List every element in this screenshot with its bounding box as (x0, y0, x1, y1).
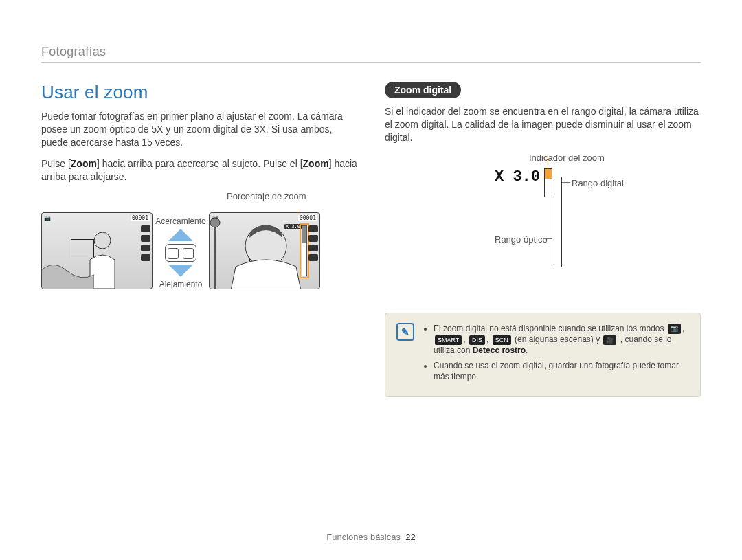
hud-icon (308, 235, 318, 242)
note-list: El zoom digital no está disponible cuand… (424, 323, 689, 387)
zoom-button (165, 244, 196, 262)
instruction-paragraph: Pulse [Zoom] hacia arriba para acercarse… (41, 157, 357, 183)
camera-screen-zoomed: 📷 00001 X 3.0 (209, 212, 320, 289)
note-item: Cuando se usa el zoom digital, guardar u… (434, 360, 689, 382)
hud-icon (141, 245, 150, 251)
zoom-rocker: Acercamiento Alejamiento (157, 216, 205, 289)
camera-mode-icon: 📷 (44, 215, 51, 221)
caption-percentage: Porcentaje de zoom (227, 191, 357, 201)
text: Pulse [ (41, 158, 71, 169)
zoom-x-value: X 3.0 (495, 168, 540, 186)
label-zoom-in: Acercamiento (155, 216, 205, 226)
text: ] hacia arriba para acercarse al sujeto.… (97, 158, 303, 169)
mode-icon-camera: 📷 (668, 324, 681, 333)
hud-icon (141, 235, 150, 242)
two-column-layout: Usar el zoom Puede tomar fotografías en … (41, 82, 701, 397)
hud-icon (308, 225, 318, 232)
hud-icon (308, 254, 318, 261)
arrow-down-icon (168, 265, 193, 277)
hud-icon (141, 254, 150, 261)
hud-side-icons (141, 225, 150, 261)
section-heading: Usar el zoom (41, 82, 357, 103)
label-indicator: Indicador del zoom (529, 153, 742, 163)
arrow-up-icon (168, 229, 193, 241)
label-zoom-out: Alejamiento (159, 280, 203, 289)
mode-icon-dis: DIS (469, 335, 485, 345)
page-footer: Funciones básicas 22 (0, 532, 742, 542)
zoom-figure: 📷 00001 (41, 212, 357, 289)
text: (en algunas escenas) y (515, 335, 602, 344)
digital-zoom-paragraph: Si el indicador del zoom se encuentra en… (385, 105, 701, 144)
feature-name: Detecc rostro (473, 346, 526, 355)
svg-marker-2 (168, 265, 193, 277)
mode-icon-smart: SMART (435, 335, 462, 345)
camera-screen-wide: 📷 00001 (41, 212, 153, 289)
left-column: Usar el zoom Puede tomar fotografías en … (41, 82, 357, 397)
label-digital-range: Rango digital (572, 178, 624, 188)
page-number: 22 (405, 532, 415, 542)
right-column: Zoom digital Si el indicador del zoom se… (385, 82, 701, 397)
zoom-keyword: Zoom (303, 158, 329, 169)
subject-illustration (216, 219, 306, 289)
zoom-keyword: Zoom (71, 158, 97, 169)
intro-paragraph: Puede tomar fotografías en primer plano … (41, 110, 357, 149)
note-icon: ✎ (396, 323, 414, 341)
manual-page: Fotografías Usar el zoom Puede tomar fot… (0, 0, 742, 560)
shot-counter: 00001 (131, 215, 150, 221)
mode-icon-scene: SCN (493, 335, 511, 345)
label-optical-range: Rango óptico (495, 234, 548, 245)
leader-line (562, 182, 570, 183)
text: . (526, 346, 528, 355)
note-item: El zoom digital no está disponible cuand… (434, 323, 689, 357)
zoom-bar-fill (545, 169, 552, 179)
svg-point-0 (94, 232, 111, 249)
zoom-bar-digital (544, 168, 552, 197)
mode-icon-movie: 🎥 (603, 335, 616, 345)
zoom-bar-optical (554, 177, 562, 267)
leader-line (543, 238, 552, 239)
text: El zoom digital no está disponible cuand… (434, 324, 666, 333)
subsection-pill: Zoom digital (385, 82, 461, 98)
svg-point-5 (210, 218, 220, 227)
hud-side-icons (308, 225, 318, 261)
svg-rect-4 (214, 225, 216, 289)
svg-marker-1 (168, 229, 193, 241)
lamp-post-illustration (209, 217, 226, 289)
camera-screen-zoom-wrapper: 📷 00001 X 3.0 (209, 212, 320, 289)
callout-leader (548, 156, 548, 170)
hud-icon (141, 225, 150, 232)
footer-section: Funciones básicas (326, 532, 401, 542)
landscape-illustration (41, 251, 94, 289)
note-box: ✎ El zoom digital no está disponible cua… (385, 313, 701, 397)
breadcrumb: Fotografías (41, 45, 701, 63)
hud-icon (308, 245, 318, 251)
zoom-indicator-diagram: X 3.0 Rango digital Rango óptico (495, 168, 701, 292)
